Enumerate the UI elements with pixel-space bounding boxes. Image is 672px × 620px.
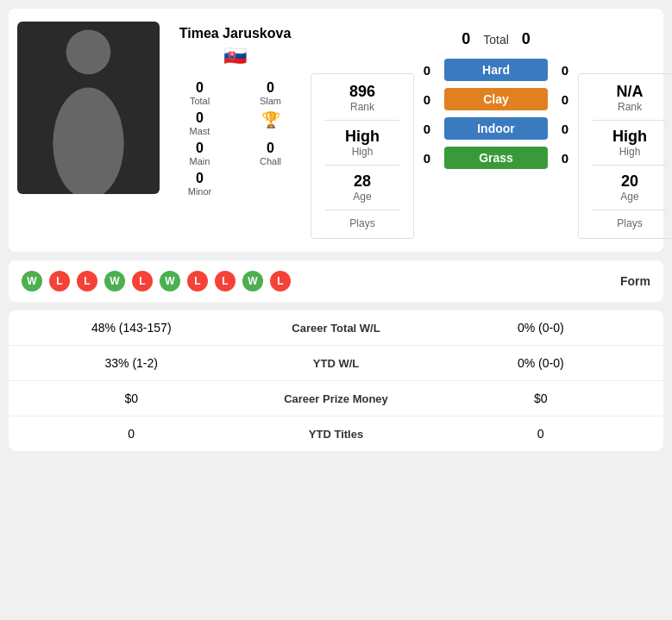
player1-minor-box: 0 Minor [166,171,233,197]
grass-button[interactable]: Grass [444,147,548,169]
grass-score-left: 0 [418,151,436,166]
surface-row-hard: 0 Hard 0 [418,59,574,81]
player1-high-val: High [345,128,380,146]
player1-total-label: Total [190,96,210,106]
player1-high-label: High [345,146,380,158]
stats-right-0: 0% (0-0) [431,321,651,335]
score-left: 0 [462,30,470,48]
stats-row-1: 33% (1-2) YTD W/L 0% (0-0) [9,346,663,381]
form-label: Form [620,274,650,288]
player1-rank-val: 896 [349,83,375,101]
player1-info: Timea Jaruskova 🇸🇰 0 Total 0 Slam 0 Mast… [160,22,311,197]
center-col: 0 Total 0 0 Hard 0 0 Clay 0 [414,22,578,169]
stats-center-1: YTD W/L [242,357,431,370]
divider6 [593,210,667,210]
player1-mast-box: 0 Mast [166,110,233,136]
player1-slam-box: 0 Slam [237,80,304,106]
form-bubble-7: L [215,271,236,291]
stats-center-2: Career Prize Money [242,392,431,405]
form-bubble-1: L [49,271,70,291]
form-bubble-4: L [132,271,153,291]
stats-right-3: 0 [431,427,651,441]
player1-chall-val: 0 [267,141,274,156]
form-bubble-5: W [160,271,180,291]
surface-row-clay: 0 Clay 0 [418,88,574,110]
player2-high-val: High [612,128,647,146]
svg-point-1 [53,87,123,194]
total-row: 0 Total 0 [462,30,531,48]
surface-row-indoor: 0 Indoor 0 [418,117,574,140]
player2-plays-label: Plays [617,217,642,229]
form-section: W L L W L W L L W L Form [9,260,663,302]
player1-slam-val: 0 [267,80,274,96]
player1-block-stats: 896 Rank High High 28 Age Plays [311,73,414,239]
player1-rank-stat: 896 Rank [349,83,375,113]
form-bubble-3: W [104,271,125,291]
player2-age-val: 20 [620,172,638,191]
player1-main-val: 0 [196,141,204,156]
divider2 [325,165,399,166]
player1-plays-label: Plays [349,217,374,229]
player2-high-label: High [612,146,647,158]
player1-stats-grid: 0 Total 0 Slam 0 Mast 🏆 0 Main [166,80,304,197]
surface-rows: 0 Hard 0 0 Clay 0 0 Indoor 0 [418,59,574,169]
stats-left-2: $0 [22,391,242,405]
player1-chall-box: 0 Chall [237,141,304,166]
hard-button[interactable]: Hard [444,59,548,81]
player1-plays-stat: Plays [349,217,374,229]
form-bubble-9: L [270,271,291,291]
indoor-button[interactable]: Indoor [444,117,548,140]
clay-button[interactable]: Clay [444,88,548,110]
divider1 [325,120,399,121]
player1-minor-label: Minor [188,186,212,197]
stats-left-1: 33% (1-2) [22,356,242,370]
player2-plays-stat: Plays [617,217,642,229]
form-bubble-8: W [242,271,263,291]
player1-high-stat: High High [345,128,380,158]
score-right: 0 [522,30,531,48]
stats-center-3: YTD Titles [242,428,431,441]
player2-rank-stat: N/A Rank [617,83,644,113]
player1-rank-label: Rank [349,101,375,113]
total-label: Total [483,33,509,47]
indoor-score-right: 0 [556,122,574,136]
main-container: Timea Jaruskova 🇸🇰 0 Total 0 Slam 0 Mast… [0,0,672,460]
player1-age-stat: 28 Age [353,172,371,203]
player1-mast-label: Mast [190,126,210,136]
player1-flag: 🇸🇰 [223,45,247,67]
divider5 [593,165,667,166]
player2-block-stats: N/A Rank High High 20 Age Plays [578,73,672,239]
player1-minor-val: 0 [196,171,204,186]
player1-mast-val: 0 [196,110,204,126]
clay-score-right: 0 [556,92,574,107]
player1-main-box: 0 Main [166,141,233,166]
form-bubble-6: L [187,271,208,291]
player2-rank-label: Rank [617,101,644,113]
player1-slam-label: Slam [260,96,281,106]
player1-age-val: 28 [353,172,371,191]
stats-right-1: 0% (0-0) [431,356,651,370]
stats-table: 48% (143-157) Career Total W/L 0% (0-0) … [9,310,663,451]
player2-high-stat: High High [612,128,647,158]
stats-row-2: $0 Career Prize Money $0 [9,381,663,416]
player1-name: Timea Jaruskova [179,26,292,41]
player1-chall-label: Chall [260,156,281,166]
hard-score-left: 0 [418,63,436,78]
player1-main-label: Main [190,156,210,166]
player1-photo [17,22,160,194]
stats-right-2: $0 [431,391,651,405]
player1-age-label: Age [353,191,371,203]
player2-rank-val: N/A [617,83,644,101]
grass-score-right: 0 [556,151,574,166]
indoor-score-left: 0 [418,122,436,136]
stats-row-3: 0 YTD Titles 0 [9,416,663,451]
trophy-icon: 🏆 [261,110,280,129]
svg-point-0 [66,29,111,74]
player1-total-val: 0 [196,80,204,96]
player2-age-stat: 20 Age [620,172,638,203]
stats-left-3: 0 [22,427,242,441]
form-row: W L L W L W L L W L Form [22,271,650,291]
divider4 [593,120,667,121]
hard-score-right: 0 [556,63,574,78]
divider3 [325,210,399,210]
